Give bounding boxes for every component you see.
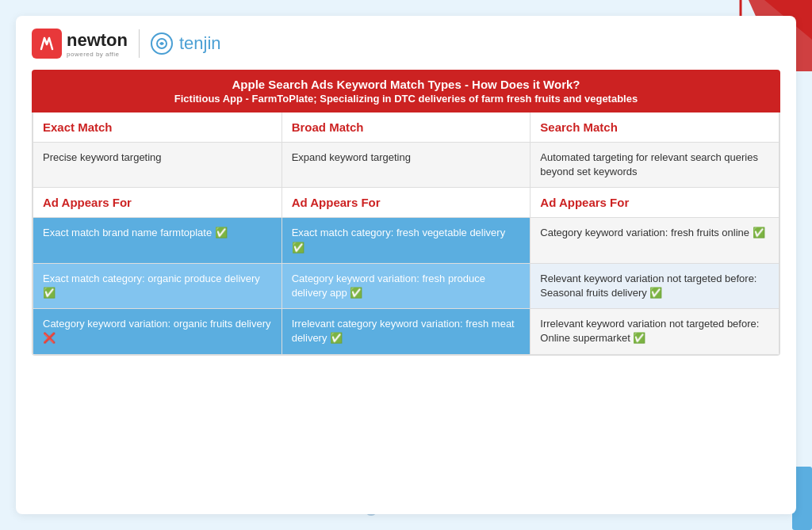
ad-appears-broad: Ad Appears For	[282, 188, 530, 218]
newton-logo-icon	[32, 29, 62, 59]
ad1-exact: Exact match brand name farmtoplate ✅	[33, 218, 282, 263]
ad1-exact-icon: ✅	[215, 227, 228, 238]
ad2-exact-icon: ✅	[43, 287, 56, 299]
ad2-exact-text: Exact match category: organic produce de…	[43, 273, 260, 284]
ad1-search: Category keyword variation: fresh fruits…	[530, 218, 779, 263]
ad-data-row-3: Category keyword variation: organic frui…	[33, 309, 779, 354]
ad3-exact-text: Category keyword variation: organic frui…	[43, 318, 271, 330]
ad3-broad-text: Irrelevant category keyword variation: f…	[292, 318, 515, 344]
newton-text-group: newton powered by affie	[67, 30, 128, 58]
column-header-row: Exact Match Broad Match Search Match	[33, 112, 779, 143]
desc-exact: Precise keyword targeting	[33, 143, 282, 188]
header: newton powered by affie tenjin	[32, 29, 780, 59]
logo-divider	[139, 29, 140, 58]
description-row: Precise keyword targeting Expand keyword…	[33, 143, 779, 188]
newton-powered: powered by affie	[67, 51, 128, 58]
ad2-exact: Exact match category: organic produce de…	[33, 263, 282, 308]
ad3-search: Irrelevant keyword variation not targete…	[530, 309, 779, 354]
ad2-search: Relevant keyword variation not targeted …	[530, 263, 779, 308]
tenjin-name: tenjin	[179, 33, 221, 54]
ad3-search-icon: ✅	[633, 332, 645, 344]
ad-data-row-2: Exact match category: organic produce de…	[33, 263, 779, 308]
newton-name: newton	[67, 30, 128, 51]
ad-appears-search: Ad Appears For	[530, 188, 779, 218]
ad1-search-icon: ✅	[753, 227, 765, 238]
ad1-broad-text: Exact match category: fresh vegetable de…	[292, 227, 506, 238]
col-search-match-header: Search Match	[530, 112, 779, 143]
ad1-search-text: Category keyword variation: fresh fruits…	[540, 227, 749, 238]
ad2-broad-text: Category keyword variation: fresh produc…	[292, 273, 485, 299]
desc-search: Automated targeting for relevant search …	[530, 143, 779, 188]
comparison-table: Exact Match Broad Match Search Match Pre…	[33, 112, 779, 355]
ad3-exact-icon: ❌	[43, 332, 56, 344]
ad3-exact: Category keyword variation: organic frui…	[33, 309, 282, 354]
ad2-search-icon: ✅	[649, 287, 662, 299]
ad3-broad: Irrelevant category keyword variation: f…	[282, 309, 530, 354]
ad-appears-exact: Ad Appears For	[33, 188, 282, 218]
ad3-search-text: Irrelevant keyword variation not targete…	[540, 318, 759, 344]
ad-data-row-1: Exact match brand name farmtoplate ✅ Exa…	[33, 218, 779, 263]
comparison-table-wrapper: Exact Match Broad Match Search Match Pre…	[32, 112, 780, 356]
title-sub: Fictitious App - FarmToPlate; Specializi…	[48, 93, 764, 105]
main-container: newton powered by affie tenjin Apple Sea…	[16, 16, 796, 514]
title-main: Apple Search Ads Keyword Match Types - H…	[48, 78, 764, 91]
ad2-search-text: Relevant keyword variation not targeted …	[540, 273, 756, 299]
ad2-broad: Category keyword variation: fresh produc…	[282, 263, 530, 308]
title-banner: Apple Search Ads Keyword Match Types - H…	[32, 70, 780, 112]
desc-broad: Expand keyword targeting	[282, 143, 530, 188]
ad2-broad-icon: ✅	[350, 287, 362, 299]
newton-logo: newton powered by affie	[32, 29, 128, 59]
tenjin-logo-icon	[151, 32, 173, 55]
tenjin-logo: tenjin	[151, 32, 221, 55]
ad1-broad: Exact match category: fresh vegetable de…	[282, 218, 530, 263]
ad-appears-header-row: Ad Appears For Ad Appears For Ad Appears…	[33, 188, 779, 218]
col-broad-match-header: Broad Match	[282, 112, 530, 143]
ad3-broad-icon: ✅	[330, 332, 343, 344]
col-exact-match-header: Exact Match	[33, 112, 282, 143]
ad1-broad-icon: ✅	[292, 242, 304, 254]
ad1-exact-text: Exact match brand name farmtoplate	[43, 227, 212, 238]
